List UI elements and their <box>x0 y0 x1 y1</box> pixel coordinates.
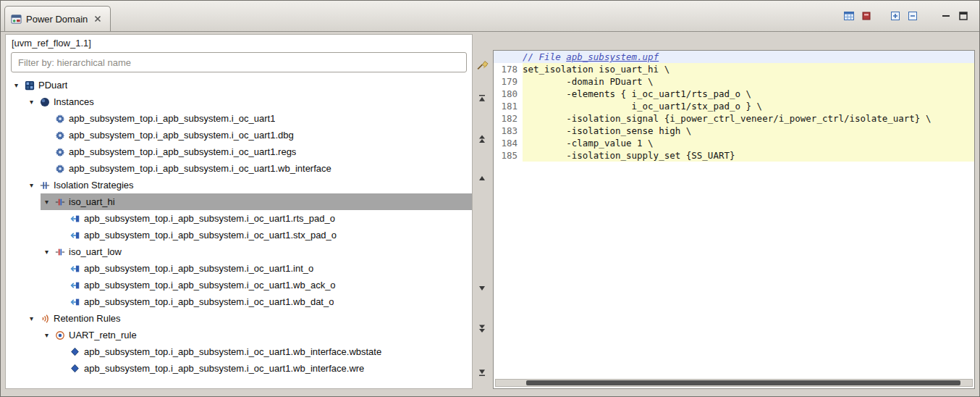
port-icon <box>68 264 82 274</box>
collapse-box-button[interactable] <box>904 7 921 25</box>
tree-item[interactable]: apb_subsystem_top.i_apb_subsystem.i_oc_u… <box>6 360 472 377</box>
minimize-view-button[interactable] <box>937 7 955 25</box>
tree-item-label: apb_subsystem_top.i_apb_subsystem.i_oc_u… <box>67 163 331 174</box>
port-icon <box>68 297 82 307</box>
tree-item[interactable]: ▾Isolation Strategies <box>6 177 472 193</box>
expander-icon[interactable]: ▾ <box>41 198 53 206</box>
line-number: 180 <box>494 88 523 100</box>
tree-item-label: Isolation Strategies <box>51 180 134 191</box>
tree-item[interactable]: apb_subsystem_top.i_apb_subsystem.i_oc_u… <box>6 293 472 310</box>
tree-item-label: apb_subsystem_top.i_apb_subsystem.i_oc_u… <box>82 346 381 357</box>
tree-item-label: apb_subsystem_top.i_apb_subsystem.i_oc_u… <box>82 213 335 224</box>
expander-icon[interactable]: ▾ <box>41 331 53 339</box>
tree-item[interactable]: apb_subsystem_top.i_apb_subsystem.i_oc_u… <box>6 127 472 143</box>
expander-icon[interactable]: ▾ <box>25 314 38 322</box>
filter-input[interactable] <box>11 52 467 72</box>
line-number: 182 <box>494 112 523 125</box>
minimize-view-icon <box>940 10 952 22</box>
code-line: 185 -isolation_supply_set {SS_UART} <box>494 149 974 162</box>
hierarchy-panel: [uvm_ref_flow_1.1] ▾PDuart▾Instancesapb_… <box>5 34 473 389</box>
previous-button[interactable] <box>473 170 491 186</box>
upf-file-link[interactable]: apb_subsystem.upf <box>566 51 659 62</box>
instance-icon <box>53 147 67 157</box>
port-icon <box>68 230 82 241</box>
clear-highlight-icon <box>861 10 872 22</box>
tree-item[interactable]: ▾iso_uart_low <box>6 243 472 260</box>
hscrollbar-thumb[interactable] <box>526 380 960 385</box>
collapse-box-icon <box>907 10 918 22</box>
port-icon <box>68 214 82 224</box>
code-header-line: // File apb_subsystem.upf <box>494 51 974 63</box>
nav-strip <box>471 34 493 389</box>
instance-icon <box>53 130 67 141</box>
comment-prefix: // File <box>523 51 566 62</box>
tree-item[interactable]: apb_subsystem_top.i_apb_subsystem.i_oc_u… <box>6 210 472 227</box>
tree-item-label: iso_uart_hi <box>67 196 115 207</box>
show-table-button[interactable] <box>840 7 858 25</box>
tree-item[interactable]: apb_subsystem_top.i_apb_subsystem.i_oc_u… <box>6 160 472 177</box>
isolation-strategies-icon <box>38 180 51 191</box>
tree-item-label: iso_uart_low <box>67 246 122 257</box>
tree-item[interactable]: ▾iso_uart_hi <box>6 193 472 210</box>
tree-item-label: apb_subsystem_top.i_apb_subsystem.i_oc_u… <box>82 296 334 307</box>
expand-box-icon <box>890 10 901 22</box>
line-number: 185 <box>494 149 523 162</box>
tree-item[interactable]: apb_subsystem_top.i_apb_subsystem.i_oc_u… <box>6 260 472 277</box>
next-group-button[interactable] <box>473 321 491 337</box>
view-tab-bar: Power Domain <box>1 1 979 32</box>
next-button[interactable] <box>473 280 491 296</box>
tab-power-domain[interactable]: Power Domain <box>4 6 111 31</box>
tree-item[interactable]: apb_subsystem_top.i_apb_subsystem.i_oc_u… <box>6 277 472 293</box>
tree-item-label: PDuart <box>36 80 67 91</box>
tree-item-label: apb_subsystem_top.i_apb_subsystem.i_oc_u… <box>82 263 313 274</box>
instance-icon <box>53 114 67 124</box>
expand-box-button[interactable] <box>887 7 904 25</box>
power-domain-icon <box>22 80 36 91</box>
tree-item[interactable]: apb_subsystem_top.i_apb_subsystem.i_oc_u… <box>6 143 472 160</box>
tree-item[interactable]: ▾PDuart <box>6 77 472 93</box>
show-table-icon <box>843 10 855 22</box>
clear-highlight-button[interactable] <box>858 7 875 25</box>
tree-item-label: apb_subsystem_top.i_apb_subsystem.i_oc_u… <box>82 230 337 241</box>
code-text: -isolation_supply_set {SS_UART} <box>523 149 974 162</box>
tree-item[interactable]: apb_subsystem_top.i_apb_subsystem.i_oc_u… <box>6 227 472 243</box>
expander-icon[interactable]: ▾ <box>25 98 38 106</box>
horizontal-scrollbar[interactable] <box>495 379 973 387</box>
go-to-first-button[interactable] <box>473 91 491 106</box>
go-to-last-button[interactable] <box>473 364 491 380</box>
code-lines: 178set_isolation iso_uart_hi \179 -domai… <box>494 63 974 162</box>
line-number: 181 <box>494 100 523 112</box>
code-line: 181 i_oc_uart1/stx_pad_o } \ <box>494 100 974 112</box>
tab-close-icon[interactable] <box>94 15 101 22</box>
view-toolbar <box>840 7 972 25</box>
isolation-strategy-icon <box>53 197 67 207</box>
header-gutter <box>494 51 523 63</box>
code-line: 178set_isolation iso_uart_hi \ <box>494 63 974 75</box>
expander-icon[interactable]: ▾ <box>10 81 22 89</box>
code-text: -elements { i_oc_uart1/rts_pad_o \ <box>523 88 974 100</box>
expander-icon[interactable]: ▾ <box>41 248 53 256</box>
tree-item[interactable]: ▾UART_retn_rule <box>6 327 472 343</box>
clear-filter-button[interactable] <box>473 56 491 72</box>
retention-element-icon <box>68 364 82 373</box>
maximize-view-icon <box>958 10 969 22</box>
tree-item[interactable]: ▾Retention Rules <box>6 310 472 327</box>
tree-item-label: apb_subsystem_top.i_apb_subsystem.i_oc_u… <box>82 280 336 291</box>
expander-icon[interactable]: ▾ <box>25 181 38 189</box>
file-comment: // File apb_subsystem.upf <box>523 51 659 63</box>
code-line: 184 -clamp_value 1 \ <box>494 137 974 149</box>
tree-item[interactable]: apb_subsystem_top.i_apb_subsystem.i_oc_u… <box>6 343 472 360</box>
maximize-view-button[interactable] <box>955 7 972 25</box>
previous-group-button[interactable] <box>473 131 491 147</box>
tree-item-label: apb_subsystem_top.i_apb_subsystem.i_oc_u… <box>67 113 275 124</box>
code-text: i_oc_uart1/stx_pad_o } \ <box>523 100 974 112</box>
line-number: 183 <box>494 125 523 137</box>
tree-item[interactable]: apb_subsystem_top.i_apb_subsystem.i_oc_u… <box>6 110 472 127</box>
code-line: 183 -isolation_sense high \ <box>494 125 974 137</box>
tree-item[interactable]: ▾Instances <box>6 93 472 110</box>
retention-rules-icon <box>38 314 51 324</box>
tree-item-label: UART_retn_rule <box>67 330 137 340</box>
code-text: set_isolation iso_uart_hi \ <box>523 63 974 75</box>
line-number: 184 <box>494 137 523 149</box>
code-line: 182 -isolation_signal {i_power_ctrl_vene… <box>494 112 974 125</box>
